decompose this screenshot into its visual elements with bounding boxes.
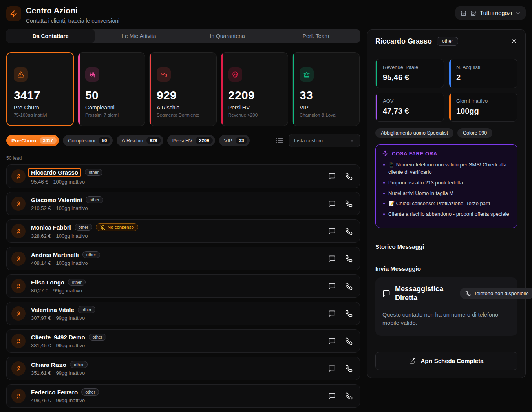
lead-revenue: 95,46 € xyxy=(31,179,48,185)
message-square-icon xyxy=(328,255,336,263)
lead-row[interactable]: Elisa Longo other 80,27 € 99gg inattivo xyxy=(6,274,360,298)
page-subtitle: Contatta i clienti, traccia le conversio… xyxy=(26,18,119,24)
user-icon xyxy=(15,393,22,399)
lead-revenue: 307,97 € xyxy=(31,315,51,321)
user-icon xyxy=(15,310,22,317)
mini-stat-card: AOV 47,73 € xyxy=(375,93,444,122)
actions-box: COSA FARE ORA 📱 Numero telefono non vali… xyxy=(375,144,517,228)
call-button[interactable] xyxy=(345,200,353,208)
call-button[interactable] xyxy=(345,365,353,372)
stat-cards: 3417 Pre-Churn 75-100gg inattivi 50 Comp… xyxy=(6,52,360,126)
chip-label: VIP xyxy=(224,138,232,144)
tab[interactable]: Le Mie Attivita xyxy=(95,29,183,43)
call-button[interactable] xyxy=(345,337,353,345)
filter-row: Pre-Churn 3417 Compleanni 50 A Rischio 9… xyxy=(6,134,360,147)
stat-card[interactable]: 3417 Pre-Churn 75-100gg inattivi xyxy=(6,52,74,126)
send-message-title: Invia Messaggio xyxy=(375,265,517,272)
chevron-down-icon xyxy=(349,138,355,144)
messaging-body: Questo contatto non ha un numero di tele… xyxy=(382,311,504,327)
message-button[interactable] xyxy=(328,228,336,235)
message-button[interactable] xyxy=(328,365,336,372)
cake-icon xyxy=(85,67,99,82)
message-button[interactable] xyxy=(328,392,336,400)
avatar xyxy=(11,279,26,293)
lead-row[interactable]: Giacomo Valentini other 210,52 € 100gg i… xyxy=(6,192,360,215)
custom-list-label: Lista custom... xyxy=(294,138,327,144)
detail-tag-badge: other xyxy=(437,37,458,46)
lead-row[interactable]: Chiara Rizzo other 351,61 € 99gg inattiv… xyxy=(6,357,360,380)
lead-revenue: 328,62 € xyxy=(31,233,51,239)
message-square-icon xyxy=(328,228,336,235)
lead-row[interactable]: Riccardo Grasso other 95,46 € 100gg inat… xyxy=(6,164,360,188)
custom-list-select[interactable]: Lista custom... xyxy=(289,134,360,147)
message-button[interactable] xyxy=(328,337,336,345)
page-title: Centro Azioni xyxy=(26,6,119,15)
message-button[interactable] xyxy=(328,310,336,317)
lead-row[interactable]: Federico Ferraro other 408,76 € 99gg ina… xyxy=(6,384,360,408)
stat-label: Pre-Churn xyxy=(14,104,67,111)
lead-tag-badge: other xyxy=(78,306,95,313)
lightning-icon xyxy=(10,10,18,18)
action-items: 📱 Numero telefono non valido per SMS! Ch… xyxy=(382,161,511,218)
stat-sublabel: 75-100gg inattivi xyxy=(14,113,67,117)
message-button[interactable] xyxy=(328,283,336,290)
filter-chip[interactable]: Pre-Churn 3417 xyxy=(6,135,59,146)
open-full-card-button[interactable]: Apri Scheda Completa xyxy=(375,352,517,370)
stat-sublabel: Prossimi 7 giorni xyxy=(85,113,139,117)
messaging-title: Messaggistica Diretta xyxy=(395,284,444,303)
filter-chip[interactable]: Compleanni 50 xyxy=(63,135,113,146)
lead-tag-badge: other xyxy=(85,169,102,176)
mini-stat-card: N. Acquisti 2 xyxy=(449,59,517,88)
tab[interactable]: In Quarantena xyxy=(183,29,272,43)
call-button[interactable] xyxy=(345,173,353,180)
filter-chip[interactable]: VIP 33 xyxy=(219,135,250,146)
message-square-icon xyxy=(328,392,336,400)
phone-status-badge: Telefono non disponibile xyxy=(460,288,532,299)
store-selector-dropdown[interactable]: Tutti i negozi xyxy=(455,6,526,20)
stat-card[interactable]: 929 A Rischio Segmento Dormiente xyxy=(149,52,217,126)
call-button[interactable] xyxy=(345,310,353,317)
customer-tag-pill: Colore 090 xyxy=(457,128,492,138)
message-button[interactable] xyxy=(328,200,336,208)
chip-count-badge: 3417 xyxy=(40,137,57,144)
app-logo xyxy=(6,6,21,21)
no-consent-badge: No consenso xyxy=(96,223,138,231)
close-panel-button[interactable] xyxy=(510,38,517,45)
tab-bar: Da Contattare Le Mie Attivita In Quarant… xyxy=(6,29,360,43)
chip-count-badge: 33 xyxy=(236,137,248,144)
phone-icon xyxy=(345,365,353,372)
message-button[interactable] xyxy=(328,173,336,180)
stat-value: 3417 xyxy=(14,89,67,102)
avatar xyxy=(11,224,26,238)
tab[interactable]: Da Contattare xyxy=(6,29,95,43)
store-selector-label: Tutti i negozi xyxy=(480,10,512,16)
filter-chip[interactable]: Persi HV 2209 xyxy=(167,135,215,146)
stat-card[interactable]: 33 VIP Champion & Loyal xyxy=(292,52,360,126)
divider xyxy=(375,258,517,258)
lead-row[interactable]: Andrea Martinelli other 408,14 € 100gg i… xyxy=(6,247,360,270)
lead-row[interactable]: Monica Fabbri other No consenso 328,62 €… xyxy=(6,219,360,243)
call-button[interactable] xyxy=(345,392,353,400)
lead-inactive-days: 100gg inattivo xyxy=(56,233,88,239)
stat-card[interactable]: 2209 Persi HV Revenue >200 xyxy=(221,52,288,126)
lead-row[interactable]: Cliente_9492 Demo other 381,45 € 99gg in… xyxy=(6,329,360,353)
call-button[interactable] xyxy=(345,228,353,235)
lead-name: Andrea Martinelli xyxy=(31,252,79,258)
open-full-card-label: Apri Scheda Completa xyxy=(420,357,483,364)
chip-count-badge: 2209 xyxy=(196,137,213,144)
call-button[interactable] xyxy=(345,283,353,290)
avatar xyxy=(11,334,26,348)
list-view-icon[interactable] xyxy=(276,137,283,144)
lead-row[interactable]: Valentina Vitale other 307,97 € 99gg ina… xyxy=(6,302,360,325)
lead-name: Monica Fabbri xyxy=(31,224,71,231)
store-icon xyxy=(460,10,467,16)
action-item: Cliente a rischio abbandono - proponi of… xyxy=(382,211,511,218)
call-button[interactable] xyxy=(345,255,353,263)
tab[interactable]: Perf. Team xyxy=(272,29,360,43)
filter-chip[interactable]: A Rischio 929 xyxy=(117,135,163,146)
store-icon xyxy=(470,10,477,16)
message-button[interactable] xyxy=(328,255,336,263)
detail-tags: Abbigliamento uomo Specialist Colore 090 xyxy=(375,128,517,138)
stat-card[interactable]: 50 Compleanni Prossimi 7 giorni xyxy=(78,52,145,126)
user-icon xyxy=(15,201,22,207)
